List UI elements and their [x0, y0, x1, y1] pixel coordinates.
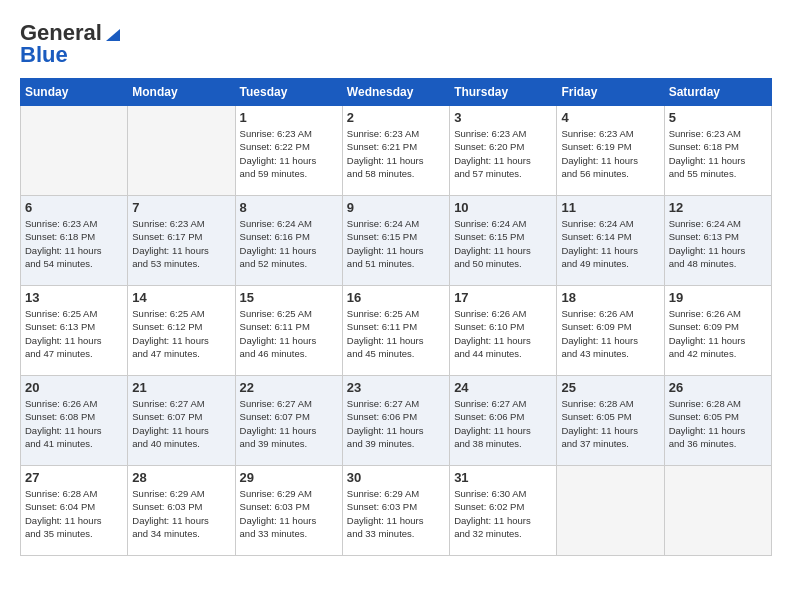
day-info: Sunrise: 6:27 AM Sunset: 6:06 PM Dayligh… [347, 397, 445, 450]
calendar-cell: 25Sunrise: 6:28 AM Sunset: 6:05 PM Dayli… [557, 376, 664, 466]
column-header-tuesday: Tuesday [235, 79, 342, 106]
day-number: 17 [454, 290, 552, 305]
calendar-cell: 20Sunrise: 6:26 AM Sunset: 6:08 PM Dayli… [21, 376, 128, 466]
day-number: 29 [240, 470, 338, 485]
calendar-cell: 23Sunrise: 6:27 AM Sunset: 6:06 PM Dayli… [342, 376, 449, 466]
calendar-week-row: 6Sunrise: 6:23 AM Sunset: 6:18 PM Daylig… [21, 196, 772, 286]
calendar-cell: 30Sunrise: 6:29 AM Sunset: 6:03 PM Dayli… [342, 466, 449, 556]
calendar-cell [128, 106, 235, 196]
calendar-cell: 6Sunrise: 6:23 AM Sunset: 6:18 PM Daylig… [21, 196, 128, 286]
day-number: 11 [561, 200, 659, 215]
day-info: Sunrise: 6:23 AM Sunset: 6:21 PM Dayligh… [347, 127, 445, 180]
calendar-cell: 12Sunrise: 6:24 AM Sunset: 6:13 PM Dayli… [664, 196, 771, 286]
calendar-cell: 26Sunrise: 6:28 AM Sunset: 6:05 PM Dayli… [664, 376, 771, 466]
column-header-friday: Friday [557, 79, 664, 106]
day-number: 14 [132, 290, 230, 305]
day-info: Sunrise: 6:23 AM Sunset: 6:20 PM Dayligh… [454, 127, 552, 180]
day-info: Sunrise: 6:28 AM Sunset: 6:05 PM Dayligh… [669, 397, 767, 450]
calendar-table: SundayMondayTuesdayWednesdayThursdayFrid… [20, 78, 772, 556]
calendar-cell: 5Sunrise: 6:23 AM Sunset: 6:18 PM Daylig… [664, 106, 771, 196]
day-info: Sunrise: 6:25 AM Sunset: 6:12 PM Dayligh… [132, 307, 230, 360]
day-number: 9 [347, 200, 445, 215]
day-number: 21 [132, 380, 230, 395]
day-number: 20 [25, 380, 123, 395]
day-number: 10 [454, 200, 552, 215]
calendar-cell: 11Sunrise: 6:24 AM Sunset: 6:14 PM Dayli… [557, 196, 664, 286]
calendar-cell: 1Sunrise: 6:23 AM Sunset: 6:22 PM Daylig… [235, 106, 342, 196]
calendar-cell: 7Sunrise: 6:23 AM Sunset: 6:17 PM Daylig… [128, 196, 235, 286]
column-header-saturday: Saturday [664, 79, 771, 106]
day-number: 16 [347, 290, 445, 305]
logo: General Blue [20, 20, 122, 68]
day-info: Sunrise: 6:23 AM Sunset: 6:17 PM Dayligh… [132, 217, 230, 270]
calendar-cell: 24Sunrise: 6:27 AM Sunset: 6:06 PM Dayli… [450, 376, 557, 466]
day-info: Sunrise: 6:24 AM Sunset: 6:15 PM Dayligh… [347, 217, 445, 270]
day-info: Sunrise: 6:24 AM Sunset: 6:15 PM Dayligh… [454, 217, 552, 270]
day-info: Sunrise: 6:28 AM Sunset: 6:04 PM Dayligh… [25, 487, 123, 540]
day-info: Sunrise: 6:25 AM Sunset: 6:13 PM Dayligh… [25, 307, 123, 360]
day-number: 13 [25, 290, 123, 305]
day-info: Sunrise: 6:27 AM Sunset: 6:06 PM Dayligh… [454, 397, 552, 450]
day-info: Sunrise: 6:25 AM Sunset: 6:11 PM Dayligh… [347, 307, 445, 360]
calendar-cell: 17Sunrise: 6:26 AM Sunset: 6:10 PM Dayli… [450, 286, 557, 376]
day-info: Sunrise: 6:29 AM Sunset: 6:03 PM Dayligh… [240, 487, 338, 540]
day-number: 18 [561, 290, 659, 305]
day-number: 19 [669, 290, 767, 305]
day-info: Sunrise: 6:29 AM Sunset: 6:03 PM Dayligh… [347, 487, 445, 540]
calendar-header-row: SundayMondayTuesdayWednesdayThursdayFrid… [21, 79, 772, 106]
day-number: 3 [454, 110, 552, 125]
day-number: 22 [240, 380, 338, 395]
calendar-week-row: 13Sunrise: 6:25 AM Sunset: 6:13 PM Dayli… [21, 286, 772, 376]
day-number: 27 [25, 470, 123, 485]
day-number: 7 [132, 200, 230, 215]
day-number: 24 [454, 380, 552, 395]
column-header-monday: Monday [128, 79, 235, 106]
calendar-cell: 19Sunrise: 6:26 AM Sunset: 6:09 PM Dayli… [664, 286, 771, 376]
day-number: 6 [25, 200, 123, 215]
day-info: Sunrise: 6:29 AM Sunset: 6:03 PM Dayligh… [132, 487, 230, 540]
day-number: 25 [561, 380, 659, 395]
day-info: Sunrise: 6:24 AM Sunset: 6:14 PM Dayligh… [561, 217, 659, 270]
calendar-cell: 3Sunrise: 6:23 AM Sunset: 6:20 PM Daylig… [450, 106, 557, 196]
calendar-cell: 22Sunrise: 6:27 AM Sunset: 6:07 PM Dayli… [235, 376, 342, 466]
page-header: General Blue [20, 20, 772, 68]
calendar-cell: 28Sunrise: 6:29 AM Sunset: 6:03 PM Dayli… [128, 466, 235, 556]
calendar-cell [557, 466, 664, 556]
day-info: Sunrise: 6:23 AM Sunset: 6:18 PM Dayligh… [25, 217, 123, 270]
calendar-cell: 16Sunrise: 6:25 AM Sunset: 6:11 PM Dayli… [342, 286, 449, 376]
calendar-cell: 29Sunrise: 6:29 AM Sunset: 6:03 PM Dayli… [235, 466, 342, 556]
calendar-week-row: 27Sunrise: 6:28 AM Sunset: 6:04 PM Dayli… [21, 466, 772, 556]
day-info: Sunrise: 6:26 AM Sunset: 6:09 PM Dayligh… [561, 307, 659, 360]
day-number: 2 [347, 110, 445, 125]
calendar-cell: 9Sunrise: 6:24 AM Sunset: 6:15 PM Daylig… [342, 196, 449, 286]
column-header-thursday: Thursday [450, 79, 557, 106]
calendar-cell: 14Sunrise: 6:25 AM Sunset: 6:12 PM Dayli… [128, 286, 235, 376]
day-info: Sunrise: 6:26 AM Sunset: 6:09 PM Dayligh… [669, 307, 767, 360]
day-number: 23 [347, 380, 445, 395]
calendar-cell: 15Sunrise: 6:25 AM Sunset: 6:11 PM Dayli… [235, 286, 342, 376]
calendar-cell: 13Sunrise: 6:25 AM Sunset: 6:13 PM Dayli… [21, 286, 128, 376]
calendar-body: 1Sunrise: 6:23 AM Sunset: 6:22 PM Daylig… [21, 106, 772, 556]
day-number: 8 [240, 200, 338, 215]
day-number: 15 [240, 290, 338, 305]
logo-triangle-icon [104, 25, 122, 43]
calendar-cell: 4Sunrise: 6:23 AM Sunset: 6:19 PM Daylig… [557, 106, 664, 196]
day-info: Sunrise: 6:26 AM Sunset: 6:08 PM Dayligh… [25, 397, 123, 450]
day-info: Sunrise: 6:27 AM Sunset: 6:07 PM Dayligh… [132, 397, 230, 450]
logo-blue: Blue [20, 42, 68, 68]
day-info: Sunrise: 6:23 AM Sunset: 6:18 PM Dayligh… [669, 127, 767, 180]
calendar-cell: 10Sunrise: 6:24 AM Sunset: 6:15 PM Dayli… [450, 196, 557, 286]
calendar-week-row: 1Sunrise: 6:23 AM Sunset: 6:22 PM Daylig… [21, 106, 772, 196]
day-info: Sunrise: 6:28 AM Sunset: 6:05 PM Dayligh… [561, 397, 659, 450]
calendar-cell [21, 106, 128, 196]
day-info: Sunrise: 6:27 AM Sunset: 6:07 PM Dayligh… [240, 397, 338, 450]
calendar-cell: 27Sunrise: 6:28 AM Sunset: 6:04 PM Dayli… [21, 466, 128, 556]
calendar-cell: 8Sunrise: 6:24 AM Sunset: 6:16 PM Daylig… [235, 196, 342, 286]
day-info: Sunrise: 6:23 AM Sunset: 6:22 PM Dayligh… [240, 127, 338, 180]
day-number: 26 [669, 380, 767, 395]
calendar-cell: 21Sunrise: 6:27 AM Sunset: 6:07 PM Dayli… [128, 376, 235, 466]
calendar-cell: 31Sunrise: 6:30 AM Sunset: 6:02 PM Dayli… [450, 466, 557, 556]
calendar-cell [664, 466, 771, 556]
day-info: Sunrise: 6:30 AM Sunset: 6:02 PM Dayligh… [454, 487, 552, 540]
calendar-cell: 18Sunrise: 6:26 AM Sunset: 6:09 PM Dayli… [557, 286, 664, 376]
